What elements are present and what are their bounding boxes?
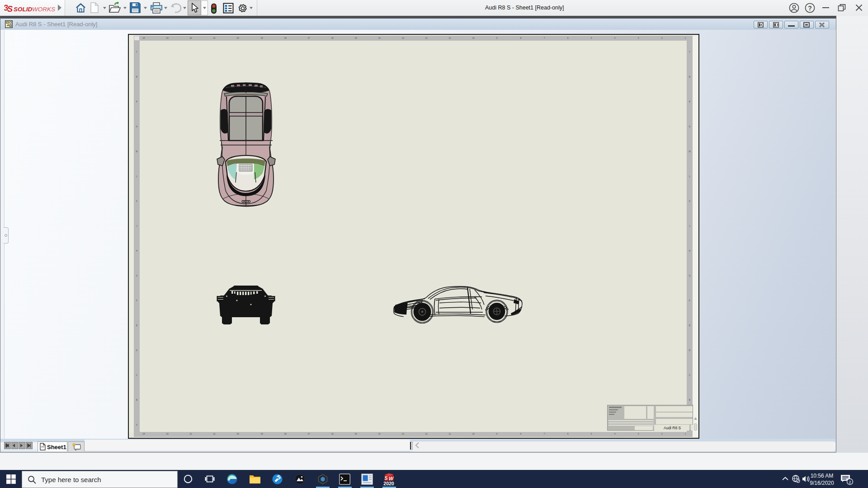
svg-text:S: S	[384, 475, 388, 481]
svg-text:?: ?	[808, 5, 812, 12]
svg-text:SOLID: SOLID	[14, 6, 33, 13]
svg-text:S: S	[7, 5, 13, 14]
svg-text:2020: 2020	[383, 481, 394, 486]
svg-text:WORKS: WORKS	[32, 6, 55, 13]
svg-text:2: 2	[849, 479, 851, 484]
